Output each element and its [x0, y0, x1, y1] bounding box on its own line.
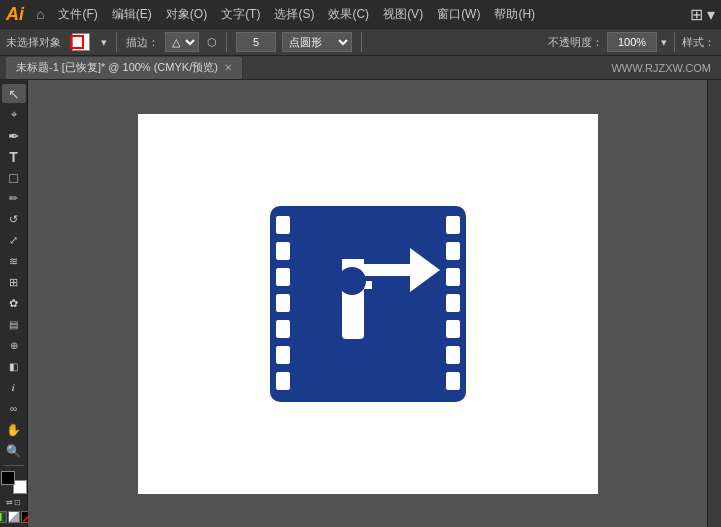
svg-rect-6 [276, 346, 290, 364]
canvas-area[interactable] [28, 80, 707, 527]
pencil-tool[interactable]: ✏ [2, 189, 26, 208]
scale-tool[interactable]: ⤢ [2, 231, 26, 250]
shape-select[interactable]: 点圆形 [282, 32, 352, 52]
symbol-tool[interactable]: ✿ [2, 294, 26, 313]
canvas-container [28, 80, 707, 527]
stroke-label: 描边： [126, 35, 159, 50]
color-mode-icon[interactable] [0, 511, 7, 523]
arrow-icon: ▾ [101, 36, 107, 49]
grid-icon[interactable]: ⊞ ▾ [690, 5, 715, 24]
svg-rect-7 [276, 372, 290, 390]
title-bar: Ai ⌂ 文件(F) 编辑(E) 对象(O) 文字(T) 选择(S) 效果(C)… [0, 0, 721, 28]
road-sign-svg [268, 204, 468, 404]
foreground-color-swatch[interactable] [1, 471, 15, 485]
home-icon[interactable]: ⌂ [36, 6, 44, 22]
svg-rect-21 [364, 276, 410, 281]
svg-rect-11 [446, 294, 460, 312]
swap-colors-icon[interactable]: ⇄ [6, 498, 13, 507]
artboard [138, 114, 598, 494]
svg-rect-13 [446, 346, 460, 364]
no-selection-label: 未选择对象 [6, 35, 61, 50]
menu-edit[interactable]: 编辑(E) [106, 4, 158, 25]
divider3 [361, 32, 362, 52]
blend-tool[interactable]: ∞ [2, 399, 26, 418]
menu-help[interactable]: 帮助(H) [488, 4, 541, 25]
lasso-tool[interactable]: ⌖ [2, 105, 26, 124]
right-panel [707, 80, 721, 527]
mesh-tool[interactable]: ⊕ [2, 336, 26, 355]
opacity-arrow[interactable]: ▾ [661, 36, 667, 49]
rotate-tool[interactable]: ↺ [2, 210, 26, 229]
hand-tool[interactable]: ✋ [2, 421, 26, 440]
svg-rect-3 [276, 268, 290, 286]
tab-bar: 未标题-1 [已恢复]* @ 100% (CMYK/预览) ✕ WWW.RJZX… [0, 56, 721, 80]
divider2 [226, 32, 227, 52]
rectangle-tool[interactable]: □ [2, 168, 26, 187]
divider1 [116, 32, 117, 52]
free-transform-tool[interactable]: ⊞ [2, 273, 26, 292]
zoom-tool[interactable]: 🔍 [2, 442, 26, 461]
website-label: WWW.RJZXW.COM [611, 62, 711, 74]
stroke-swatch[interactable] [70, 35, 84, 49]
default-colors-icon[interactable]: ⊡ [14, 498, 21, 507]
opacity-section: 不透明度： ▾ 样式： [548, 32, 715, 52]
opacity-input[interactable] [607, 32, 657, 52]
menu-file[interactable]: 文件(F) [52, 4, 103, 25]
warp-tool[interactable]: ≋ [2, 252, 26, 271]
svg-rect-20 [364, 259, 410, 264]
svg-rect-5 [276, 320, 290, 338]
stroke-select[interactable]: △ [165, 32, 199, 52]
graph-tool[interactable]: ▤ [2, 315, 26, 334]
menu-bar: 文件(F) 编辑(E) 对象(O) 文字(T) 选择(S) 效果(C) 视图(V… [52, 4, 681, 25]
menu-view[interactable]: 视图(V) [377, 4, 429, 25]
gradient-tool[interactable]: ◧ [2, 357, 26, 376]
menu-object[interactable]: 对象(O) [160, 4, 213, 25]
svg-rect-8 [446, 216, 460, 234]
background-color-swatch[interactable] [13, 480, 27, 494]
svg-rect-0 [270, 206, 466, 402]
menu-window[interactable]: 窗口(W) [431, 4, 486, 25]
menu-text[interactable]: 文字(T) [215, 4, 266, 25]
svg-rect-10 [446, 268, 460, 286]
gradient-swatch[interactable] [8, 511, 20, 523]
tab-title: 未标题-1 [已恢复]* @ 100% (CMYK/预览) [16, 60, 218, 75]
svg-point-18 [338, 267, 366, 295]
menu-select[interactable]: 选择(S) [268, 4, 320, 25]
main-area: ↖ ⌖ ✒ T □ ✏ ↺ ⤢ ≋ ⊞ ✿ ▤ ⊕ ◧ 𝒊 ∞ ✋ 🔍 ⇄ ⊡ [0, 80, 721, 527]
eyedropper-tool[interactable]: 𝒊 [2, 378, 26, 397]
swap-default-row: ⇄ ⊡ [6, 498, 21, 507]
pen-tool[interactable]: ✒ [2, 126, 26, 145]
svg-rect-12 [446, 320, 460, 338]
stroke-indicator[interactable] [67, 32, 95, 52]
color-swatches[interactable] [1, 471, 27, 494]
document-tab[interactable]: 未标题-1 [已恢复]* @ 100% (CMYK/预览) ✕ [6, 57, 243, 79]
svg-rect-4 [276, 294, 290, 312]
svg-rect-1 [276, 216, 290, 234]
divider4 [674, 32, 675, 52]
style-label: 样式： [682, 35, 715, 50]
selection-tool[interactable]: ↖ [2, 84, 26, 103]
ai-logo: Ai [6, 4, 24, 25]
menu-effect[interactable]: 效果(C) [322, 4, 375, 25]
svg-rect-9 [446, 242, 460, 260]
svg-rect-2 [276, 242, 290, 260]
left-toolbar: ↖ ⌖ ✒ T □ ✏ ↺ ⤢ ≋ ⊞ ✿ ▤ ⊕ ◧ 𝒊 ∞ ✋ 🔍 ⇄ ⊡ [0, 80, 28, 527]
options-bar: 未选择对象 ▾ 描边： △ ⬡ 点圆形 不透明度： ▾ 样式： [0, 28, 721, 56]
opacity-label: 不透明度： [548, 35, 603, 50]
stroke-arrows[interactable]: ⬡ [207, 36, 217, 49]
point-size-input[interactable] [236, 32, 276, 52]
text-tool[interactable]: T [2, 147, 26, 166]
toolbar-separator [4, 465, 24, 466]
tab-close-button[interactable]: ✕ [224, 62, 232, 73]
svg-rect-14 [446, 372, 460, 390]
